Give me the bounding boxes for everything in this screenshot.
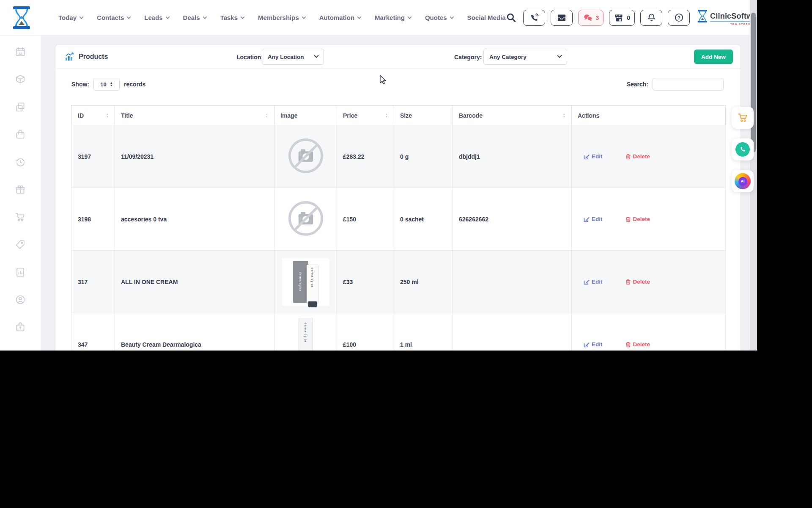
cell-title: Beauty Cream Dearmalogica: [115, 313, 274, 351]
column-header-title[interactable]: Title▲▼: [115, 106, 274, 125]
products-panel: Products Location: Any Location Category…: [55, 44, 741, 351]
edit-link[interactable]: Edit: [584, 153, 603, 160]
price-tag-icon[interactable]: [15, 239, 26, 250]
ai-assistant-icon: AI: [735, 173, 751, 189]
menu-item-social-media[interactable]: Social Media: [467, 14, 506, 21]
edit-icon: [584, 216, 590, 222]
floating-action-buttons: AI: [732, 107, 754, 192]
cell-price: £283.22: [337, 125, 394, 188]
ai-assistant-button[interactable]: AI: [732, 170, 754, 192]
location-select[interactable]: Any Location: [262, 49, 324, 65]
phone-icon: [529, 13, 539, 23]
menu-item-contacts[interactable]: Contacts: [97, 14, 130, 21]
app-logo[interactable]: [12, 6, 31, 29]
menu-item-tasks[interactable]: Tasks: [220, 14, 244, 21]
no-image-placeholder-icon: [288, 138, 324, 174]
gift-icon[interactable]: [15, 184, 26, 195]
hourglass-logo-icon-small: [697, 10, 708, 22]
menu-item-automation[interactable]: Automation: [319, 14, 361, 21]
chevron-down-icon: [557, 53, 562, 58]
package-icon[interactable]: [15, 74, 26, 85]
menu-item-leads[interactable]: Leads: [144, 14, 169, 21]
edit-icon: [584, 342, 590, 348]
trash-icon: [625, 154, 631, 160]
cell-title: ALL IN ONE CREAM: [115, 251, 274, 313]
chevron-down-icon: [127, 15, 131, 19]
menu-item-marketing[interactable]: Marketing: [375, 14, 411, 21]
quick-cart-button[interactable]: [732, 107, 754, 129]
menu-item-memberships[interactable]: Memberships: [258, 14, 305, 21]
records-label: records: [124, 81, 145, 88]
menu-label: Social Media: [467, 14, 506, 21]
column-header-price[interactable]: Price▲▼: [337, 106, 394, 125]
menu-item-deals[interactable]: Deals: [183, 14, 206, 21]
history-icon[interactable]: [15, 157, 26, 168]
help-button[interactable]: ?: [668, 10, 690, 26]
cell-actions: Edit Delete: [572, 251, 726, 313]
cell-price: £150: [337, 188, 394, 251]
whatsapp-button[interactable]: [732, 138, 754, 160]
column-header-barcode[interactable]: Barcode▲▼: [453, 106, 572, 125]
menu-item-quotes[interactable]: Quotes: [425, 14, 453, 21]
whatsapp-icon: [735, 142, 750, 157]
category-label: Category:: [454, 54, 482, 61]
table-row: 347 Beauty Cream Dearmalogica dermalogic…: [72, 313, 726, 351]
cell-barcode: [453, 313, 572, 351]
table-row: 3198 accesories 0 tva £150: [72, 188, 726, 251]
add-new-button[interactable]: Add New: [694, 50, 733, 64]
cell-image: [274, 188, 337, 251]
account-icon[interactable]: [15, 294, 26, 305]
search-icon[interactable]: [506, 12, 517, 23]
cell-title: accesories 0 tva: [115, 188, 274, 251]
delete-link[interactable]: Delete: [625, 153, 650, 160]
menu-label: Tasks: [220, 14, 238, 21]
app-window: Today Contacts Leads Deals Tasks Members…: [0, 0, 757, 351]
store-button[interactable]: 0: [609, 10, 635, 26]
case-lock-icon[interactable]: [15, 322, 26, 333]
sort-icon: ▲▼: [385, 113, 388, 118]
bell-icon: [647, 13, 656, 22]
svg-text:?: ?: [678, 15, 680, 20]
cell-image: dermalogica dermalogica: [274, 251, 337, 313]
cell-barcode: dbjddj1: [453, 125, 572, 188]
clinicsoftware-brand-logo[interactable]: .com ClinicSoftware TEN STEPS AHEAD: [697, 10, 757, 25]
cell-size: 250 ml: [394, 251, 453, 313]
shopping-bag-icon[interactable]: [15, 129, 26, 140]
inbox-button[interactable]: [551, 10, 573, 26]
table-row: 317 ALL IN ONE CREAM dermalogica dermalo…: [72, 251, 726, 313]
edit-icon: [584, 279, 590, 285]
column-header-image: Image: [274, 106, 337, 125]
cart-icon[interactable]: [15, 212, 26, 223]
category-select[interactable]: Any Category: [483, 49, 567, 65]
chat-messages-button[interactable]: 3: [578, 10, 604, 26]
location-value: Any Location: [268, 54, 304, 60]
calendar-icon[interactable]: 12: [15, 47, 26, 58]
delete-link[interactable]: Delete: [625, 216, 650, 222]
topbar-actions: 3 0 ?: [506, 10, 757, 26]
delete-link[interactable]: Delete: [625, 341, 650, 348]
delete-link[interactable]: Delete: [625, 279, 650, 285]
sort-icon: ▲▼: [106, 113, 109, 118]
edit-link[interactable]: Edit: [584, 279, 603, 285]
cell-id: 317: [72, 251, 115, 313]
cell-barcode: [453, 251, 572, 313]
product-image: dermalogica dermalogica: [284, 260, 328, 304]
chevron-down-icon: [314, 53, 318, 58]
trash-icon: [625, 216, 631, 222]
mouse-cursor: [379, 75, 389, 85]
cell-id: 3198: [72, 188, 115, 251]
search-input[interactable]: [653, 78, 724, 91]
chevron-down-icon: [165, 15, 170, 19]
column-header-id[interactable]: ID▲▼: [72, 106, 115, 125]
edit-link[interactable]: Edit: [584, 216, 603, 222]
report-icon[interactable]: [15, 267, 26, 278]
phone-calls-button[interactable]: [523, 10, 545, 26]
edit-link[interactable]: Edit: [584, 341, 603, 348]
menu-item-today[interactable]: Today: [58, 14, 83, 21]
no-image-placeholder-icon: [288, 200, 324, 237]
records-per-page-select[interactable]: 10 ▲▼: [93, 78, 120, 91]
product-image: dermalogica: [299, 318, 313, 351]
column-header-actions: Actions: [572, 106, 726, 125]
notifications-button[interactable]: [640, 10, 662, 26]
copy-icon[interactable]: [15, 102, 26, 113]
